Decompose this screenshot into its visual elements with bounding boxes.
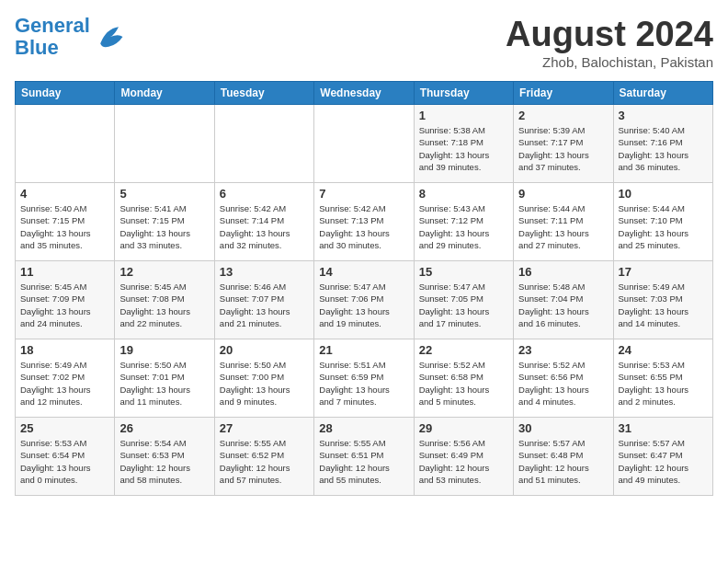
calendar-cell: 23Sunrise: 5:52 AM Sunset: 6:56 PM Dayli… (514, 339, 613, 418)
logo-text: General Blue (15, 15, 90, 59)
day-number: 11 (20, 265, 109, 279)
day-number: 6 (220, 187, 309, 201)
header-row: SundayMondayTuesdayWednesdayThursdayFrid… (16, 82, 713, 105)
logo-line1: General (15, 14, 90, 37)
header-day-saturday: Saturday (613, 82, 712, 105)
day-number: 15 (419, 265, 508, 279)
day-number: 3 (619, 109, 708, 122)
cell-info: Sunrise: 5:49 AM Sunset: 7:02 PM Dayligh… (20, 359, 109, 408)
calendar-cell: 28Sunrise: 5:55 AM Sunset: 6:51 PM Dayli… (314, 418, 414, 496)
calendar-cell: 3Sunrise: 5:40 AM Sunset: 7:16 PM Daylig… (613, 105, 712, 183)
cell-info: Sunrise: 5:51 AM Sunset: 6:59 PM Dayligh… (319, 359, 408, 408)
calendar-cell: 20Sunrise: 5:50 AM Sunset: 7:00 PM Dayli… (214, 339, 313, 418)
day-number: 8 (419, 187, 508, 201)
day-number: 30 (518, 421, 608, 435)
calendar-cell: 6Sunrise: 5:42 AM Sunset: 7:14 PM Daylig… (214, 183, 313, 261)
calendar-cell: 8Sunrise: 5:43 AM Sunset: 7:12 PM Daylig… (414, 183, 513, 261)
logo-line2: Blue (15, 36, 59, 59)
cell-info: Sunrise: 5:47 AM Sunset: 7:06 PM Dayligh… (319, 281, 408, 329)
calendar-week-4: 25Sunrise: 5:53 AM Sunset: 6:54 PM Dayli… (16, 418, 713, 496)
day-number: 4 (20, 187, 109, 201)
cell-info: Sunrise: 5:44 AM Sunset: 7:10 PM Dayligh… (619, 202, 708, 251)
day-number: 21 (319, 343, 408, 357)
calendar-cell: 18Sunrise: 5:49 AM Sunset: 7:02 PM Dayli… (16, 339, 115, 418)
calendar-cell: 22Sunrise: 5:52 AM Sunset: 6:58 PM Dayli… (414, 339, 513, 418)
calendar-cell: 11Sunrise: 5:45 AM Sunset: 7:09 PM Dayli… (16, 261, 115, 339)
cell-info: Sunrise: 5:42 AM Sunset: 7:13 PM Dayligh… (319, 202, 408, 251)
calendar-cell: 29Sunrise: 5:56 AM Sunset: 6:49 PM Dayli… (414, 418, 513, 496)
calendar-cell: 31Sunrise: 5:57 AM Sunset: 6:47 PM Dayli… (613, 418, 712, 496)
calendar-cell: 26Sunrise: 5:54 AM Sunset: 6:53 PM Dayli… (115, 418, 214, 496)
calendar-cell: 12Sunrise: 5:45 AM Sunset: 7:08 PM Dayli… (115, 261, 214, 339)
calendar-cell: 2Sunrise: 5:39 AM Sunset: 7:17 PM Daylig… (514, 105, 613, 183)
day-number: 20 (220, 343, 309, 357)
day-number: 25 (20, 421, 109, 435)
cell-info: Sunrise: 5:45 AM Sunset: 7:08 PM Dayligh… (119, 281, 209, 329)
cell-info: Sunrise: 5:52 AM Sunset: 6:56 PM Dayligh… (518, 359, 608, 408)
calendar-cell: 10Sunrise: 5:44 AM Sunset: 7:10 PM Dayli… (613, 183, 712, 261)
cell-info: Sunrise: 5:52 AM Sunset: 6:58 PM Dayligh… (419, 359, 508, 408)
cell-info: Sunrise: 5:56 AM Sunset: 6:49 PM Dayligh… (419, 437, 508, 486)
day-number: 14 (319, 265, 408, 279)
calendar-week-1: 4Sunrise: 5:40 AM Sunset: 7:15 PM Daylig… (16, 183, 713, 261)
day-number: 2 (518, 109, 608, 122)
calendar-week-0: 1Sunrise: 5:38 AM Sunset: 7:18 PM Daylig… (16, 105, 713, 183)
cell-info: Sunrise: 5:42 AM Sunset: 7:14 PM Dayligh… (220, 202, 309, 251)
cell-info: Sunrise: 5:55 AM Sunset: 6:51 PM Dayligh… (319, 437, 408, 486)
day-number: 9 (518, 187, 608, 201)
cell-info: Sunrise: 5:53 AM Sunset: 6:55 PM Dayligh… (619, 359, 708, 408)
calendar-cell (16, 105, 115, 183)
calendar-cell (314, 105, 414, 183)
cell-info: Sunrise: 5:49 AM Sunset: 7:03 PM Dayligh… (619, 281, 708, 329)
calendar-header: SundayMondayTuesdayWednesdayThursdayFrid… (16, 82, 713, 105)
calendar-cell: 5Sunrise: 5:41 AM Sunset: 7:15 PM Daylig… (115, 183, 214, 261)
day-number: 29 (419, 421, 508, 435)
calendar-cell (115, 105, 214, 183)
cell-info: Sunrise: 5:46 AM Sunset: 7:07 PM Dayligh… (220, 281, 309, 329)
calendar-cell: 16Sunrise: 5:48 AM Sunset: 7:04 PM Dayli… (514, 261, 613, 339)
day-number: 18 (20, 343, 109, 357)
cell-info: Sunrise: 5:54 AM Sunset: 6:53 PM Dayligh… (119, 437, 209, 486)
cell-info: Sunrise: 5:50 AM Sunset: 7:01 PM Dayligh… (119, 359, 209, 408)
calendar-cell: 15Sunrise: 5:47 AM Sunset: 7:05 PM Dayli… (414, 261, 513, 339)
calendar-body: 1Sunrise: 5:38 AM Sunset: 7:18 PM Daylig… (16, 105, 713, 496)
cell-info: Sunrise: 5:38 AM Sunset: 7:18 PM Dayligh… (419, 124, 508, 173)
cell-info: Sunrise: 5:39 AM Sunset: 7:17 PM Dayligh… (518, 124, 608, 173)
cell-info: Sunrise: 5:48 AM Sunset: 7:04 PM Dayligh… (518, 281, 608, 329)
cell-info: Sunrise: 5:53 AM Sunset: 6:54 PM Dayligh… (20, 437, 109, 486)
header-day-friday: Friday (514, 82, 613, 105)
cell-info: Sunrise: 5:57 AM Sunset: 6:47 PM Dayligh… (619, 437, 708, 486)
calendar-cell: 13Sunrise: 5:46 AM Sunset: 7:07 PM Dayli… (214, 261, 313, 339)
calendar-cell: 17Sunrise: 5:49 AM Sunset: 7:03 PM Dayli… (613, 261, 712, 339)
logo: General Blue (15, 15, 127, 59)
cell-info: Sunrise: 5:55 AM Sunset: 6:52 PM Dayligh… (220, 437, 309, 486)
cell-info: Sunrise: 5:44 AM Sunset: 7:11 PM Dayligh… (518, 202, 608, 251)
day-number: 26 (119, 421, 209, 435)
day-number: 17 (619, 265, 708, 279)
day-number: 22 (419, 343, 508, 357)
cell-info: Sunrise: 5:41 AM Sunset: 7:15 PM Dayligh… (119, 202, 209, 251)
cell-info: Sunrise: 5:45 AM Sunset: 7:09 PM Dayligh… (20, 281, 109, 329)
day-number: 13 (220, 265, 309, 279)
month-title: August 2024 (506, 15, 713, 54)
day-number: 28 (319, 421, 408, 435)
day-number: 23 (518, 343, 608, 357)
page-header: General Blue August 2024 Zhob, Balochist… (15, 15, 713, 70)
calendar-week-3: 18Sunrise: 5:49 AM Sunset: 7:02 PM Dayli… (16, 339, 713, 418)
calendar-cell: 4Sunrise: 5:40 AM Sunset: 7:15 PM Daylig… (16, 183, 115, 261)
calendar-cell: 14Sunrise: 5:47 AM Sunset: 7:06 PM Dayli… (314, 261, 414, 339)
cell-info: Sunrise: 5:40 AM Sunset: 7:15 PM Dayligh… (20, 202, 109, 251)
day-number: 24 (619, 343, 708, 357)
day-number: 31 (619, 421, 708, 435)
calendar-week-2: 11Sunrise: 5:45 AM Sunset: 7:09 PM Dayli… (16, 261, 713, 339)
logo-icon (94, 20, 127, 53)
location: Zhob, Balochistan, Pakistan (506, 54, 713, 70)
calendar-cell: 21Sunrise: 5:51 AM Sunset: 6:59 PM Dayli… (314, 339, 414, 418)
day-number: 27 (220, 421, 309, 435)
calendar-cell: 1Sunrise: 5:38 AM Sunset: 7:18 PM Daylig… (414, 105, 513, 183)
day-number: 12 (119, 265, 209, 279)
calendar-cell: 19Sunrise: 5:50 AM Sunset: 7:01 PM Dayli… (115, 339, 214, 418)
calendar-cell: 30Sunrise: 5:57 AM Sunset: 6:48 PM Dayli… (514, 418, 613, 496)
day-number: 10 (619, 187, 708, 201)
title-block: August 2024 Zhob, Balochistan, Pakistan (506, 15, 713, 70)
